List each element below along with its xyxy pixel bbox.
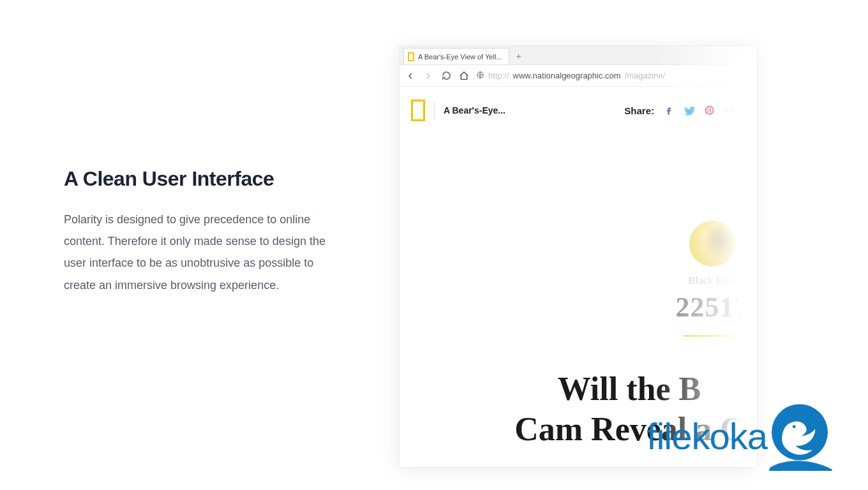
browser-tab[interactable]: A Bear's-Eye View of Yell... (403, 48, 509, 64)
stat-label: Black Bear (642, 274, 757, 287)
bear-avatar-icon (689, 221, 735, 267)
article-short-title: A Bear's-Eye... (444, 105, 505, 115)
twitter-icon[interactable] (684, 105, 695, 116)
stat-value: 22517 (642, 291, 757, 323)
bird-icon (765, 401, 835, 471)
share-label: Share: (624, 105, 654, 116)
accent-rule (684, 335, 741, 337)
divider (434, 102, 435, 119)
reload-icon[interactable] (440, 70, 452, 82)
share-block: Share: ••• (624, 103, 745, 118)
watermark-logo: filekoka (647, 401, 835, 471)
new-tab-button[interactable]: + (512, 50, 526, 63)
url-path: /magazine/ (625, 71, 666, 80)
back-icon[interactable] (405, 70, 416, 82)
url-protocol: http:// (488, 71, 509, 80)
section-body: Polarity is designed to give precedence … (64, 209, 332, 296)
section-heading: A Clean User Interface (64, 167, 332, 191)
page-header: A Bear's-Eye... Share: ••• (411, 100, 745, 121)
forward-icon[interactable] (423, 70, 434, 82)
marketing-copy: A Clean User Interface Polarity is desig… (64, 167, 332, 296)
more-icon[interactable]: ••• (724, 103, 742, 118)
natgeo-logo-icon (411, 100, 425, 121)
tab-title: A Bear's-Eye View of Yell... (418, 53, 502, 61)
tab-bar: A Bear's-Eye View of Yell... + (400, 46, 757, 65)
nav-bar: http://www.nationalgeographic.com/magazi… (400, 65, 757, 87)
stat-card: Black Bear 22517 (642, 221, 757, 337)
watermark-text: filekoka (647, 415, 767, 457)
pinterest-icon[interactable] (704, 105, 715, 116)
address-bar[interactable]: http://www.nationalgeographic.com/magazi… (476, 71, 752, 81)
facebook-icon[interactable] (663, 105, 675, 116)
natgeo-favicon-icon (408, 52, 414, 61)
url-domain: www.nationalgeographic.com (513, 71, 621, 80)
home-icon[interactable] (458, 70, 470, 82)
svg-point-2 (793, 425, 796, 428)
globe-icon (476, 71, 484, 81)
